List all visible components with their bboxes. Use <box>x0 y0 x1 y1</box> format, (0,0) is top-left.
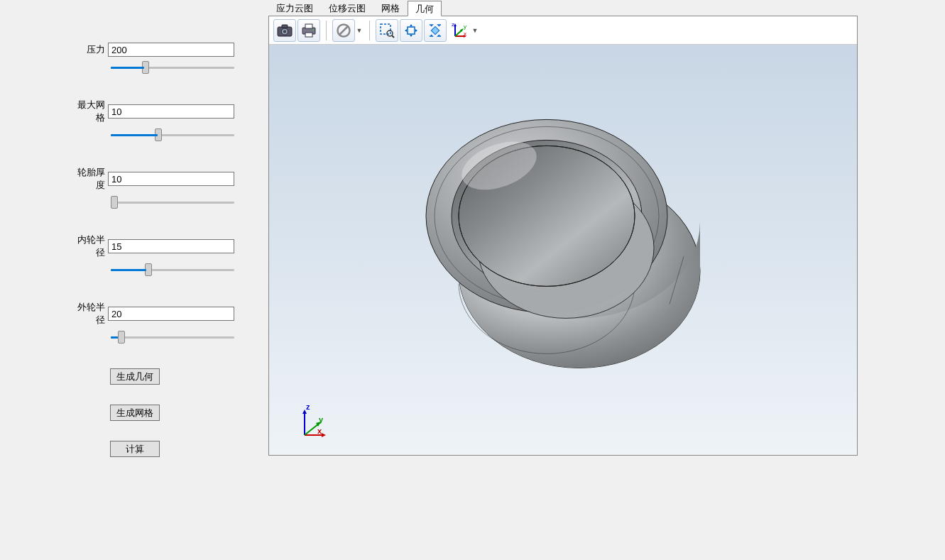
print-button[interactable] <box>297 19 320 42</box>
thickness-input[interactable] <box>108 172 234 186</box>
camera-icon <box>277 24 293 37</box>
camera-button[interactable] <box>273 19 296 42</box>
ring-geometry <box>410 91 716 396</box>
noentry-icon <box>337 23 351 38</box>
pan-button[interactable] <box>400 19 422 42</box>
svg-point-11 <box>387 31 393 36</box>
svg-line-12 <box>392 35 394 38</box>
axis-label-z: z <box>306 402 310 411</box>
axis-label-y: y <box>319 415 323 424</box>
svg-rect-10 <box>381 24 390 34</box>
axis-label-x: x <box>317 427 322 435</box>
svg-rect-13 <box>408 27 415 34</box>
generate-geometry-button[interactable]: 生成几何 <box>110 368 160 385</box>
innerradius-slider-container <box>111 263 234 278</box>
param-label-innerradius: 内轮半径 <box>71 234 108 259</box>
svg-point-3 <box>283 30 286 33</box>
maxmesh-input[interactable] <box>108 104 234 119</box>
viewer-toolbar: ▼ z y x ▼ <box>269 16 857 45</box>
thickness-slider[interactable] <box>111 196 234 209</box>
pressure-slider-container <box>111 61 234 76</box>
axis-indicator-svg <box>297 405 333 441</box>
tab-geometry[interactable]: 几何 <box>408 1 442 16</box>
axis-orientation-button[interactable]: z y x <box>448 19 471 42</box>
maxmesh-slider[interactable] <box>111 128 234 141</box>
svg-text:y: y <box>464 23 466 30</box>
param-label-maxmesh: 最大网格 <box>71 99 108 124</box>
svg-rect-1 <box>282 25 288 28</box>
svg-point-7 <box>312 29 314 31</box>
tab-displacement-cloud[interactable]: 位移云图 <box>321 0 373 16</box>
param-row-outerradius: 外轮半径 <box>71 301 234 326</box>
param-label-pressure: 压力 <box>71 43 108 56</box>
pressure-slider[interactable] <box>111 61 234 74</box>
param-row-maxmesh: 最大网格 <box>71 99 234 124</box>
calculate-button[interactable]: 计算 <box>110 441 160 457</box>
svg-line-9 <box>339 26 348 35</box>
tab-stress-cloud[interactable]: 应力云图 <box>268 0 321 16</box>
viewer-tabs: 应力云图 位移云图 网格 几何 <box>268 0 858 16</box>
param-label-outerradius: 外轮半径 <box>71 301 108 326</box>
pressure-input[interactable] <box>108 43 234 57</box>
geometry-canvas[interactable]: z y x <box>269 45 857 455</box>
outerradius-input[interactable] <box>108 307 234 321</box>
print-icon <box>301 23 317 38</box>
viewer-frame: ▼ z y x ▼ <box>268 16 858 456</box>
innerradius-slider[interactable] <box>111 263 234 276</box>
toolbar-separator <box>369 21 370 40</box>
noentry-dropdown[interactable]: ▼ <box>355 19 364 42</box>
viewer-area: 应力云图 位移云图 网格 几何 ▼ <box>268 0 858 458</box>
svg-text:x: x <box>464 31 466 37</box>
innerradius-input[interactable] <box>108 239 234 253</box>
axis-dropdown[interactable]: ▼ <box>471 19 479 42</box>
outerradius-slider[interactable] <box>111 331 234 344</box>
thickness-slider-container <box>111 196 234 211</box>
generate-mesh-button[interactable]: 生成网格 <box>110 405 160 421</box>
svg-line-33 <box>305 424 319 435</box>
action-buttons: 生成几何 生成网格 计算 <box>71 368 234 457</box>
param-row-thickness: 轮胎厚度 <box>71 166 234 192</box>
fit-icon <box>427 23 443 38</box>
svg-rect-5 <box>305 24 312 28</box>
svg-rect-14 <box>431 26 439 34</box>
pan-icon <box>403 23 419 38</box>
fit-button[interactable] <box>424 19 447 42</box>
param-label-thickness: 轮胎厚度 <box>71 166 108 192</box>
svg-text:z: z <box>452 22 454 28</box>
axis-indicator: z y x <box>297 405 333 441</box>
zoom-select-icon <box>379 23 395 38</box>
parameter-sidebar: 压力 最大网格 轮胎厚度 内轮半径 外轮半径 生成几何 生成网格 <box>7 7 263 552</box>
zoom-select-button[interactable] <box>376 19 398 42</box>
svg-rect-6 <box>305 33 312 37</box>
axis-orientation-icon: z y x <box>451 22 468 39</box>
noentry-button[interactable] <box>332 19 355 42</box>
param-row-pressure: 压力 <box>71 43 234 57</box>
tab-mesh[interactable]: 网格 <box>373 0 408 16</box>
outerradius-slider-container <box>111 331 234 346</box>
maxmesh-slider-container <box>111 128 234 143</box>
param-row-innerradius: 内轮半径 <box>71 234 234 259</box>
toolbar-separator <box>326 21 327 40</box>
